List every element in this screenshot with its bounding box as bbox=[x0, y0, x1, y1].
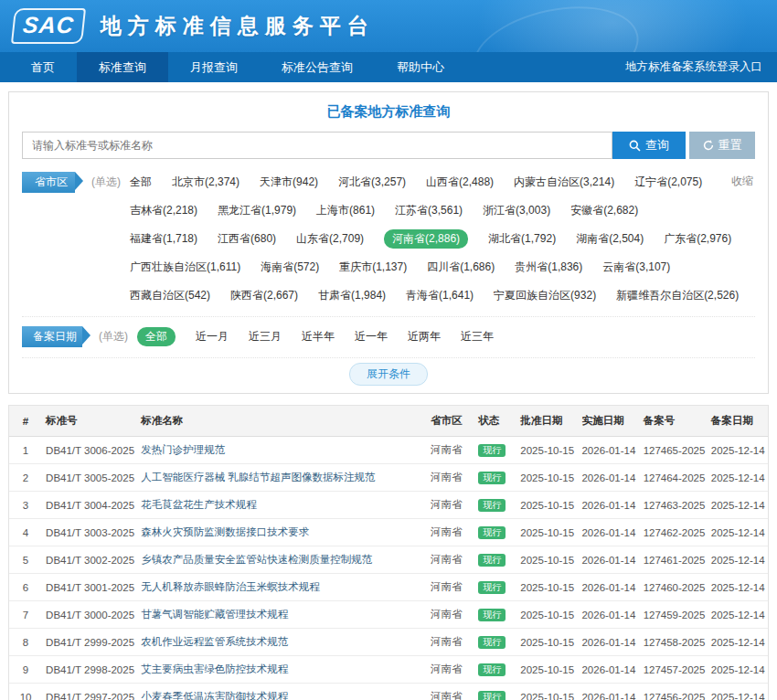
nav-item[interactable]: 帮助中心 bbox=[375, 52, 466, 82]
province-option[interactable]: 甘肃省(1,984) bbox=[318, 286, 386, 305]
date-option[interactable]: 近半年 bbox=[302, 327, 335, 346]
site-title: 地方标准信息服务平台 bbox=[101, 12, 375, 40]
approval-date: 2025-10-15 bbox=[520, 472, 574, 483]
province-option[interactable]: 四川省(1,686) bbox=[427, 258, 495, 277]
query-button[interactable]: 查询 bbox=[612, 132, 686, 159]
reset-button[interactable]: 重置 bbox=[689, 132, 755, 159]
row-index: 3 bbox=[23, 500, 28, 511]
record-date-filter-mode: (单选) bbox=[99, 329, 128, 345]
table-row: 6DB41/T 3001-2025无人机释放赤眼蜂防治玉米螟技术规程河南省现行2… bbox=[9, 574, 768, 601]
standard-name-link[interactable]: 农机作业远程监管系统技术规范 bbox=[141, 636, 288, 647]
province-option[interactable]: 西藏自治区(542) bbox=[130, 286, 210, 305]
date-option[interactable]: 近三月 bbox=[249, 327, 282, 346]
province-option[interactable]: 安徽省(2,682) bbox=[570, 201, 638, 220]
province-option[interactable]: 青海省(1,641) bbox=[406, 286, 474, 305]
record-number: 127461-2025 bbox=[644, 555, 706, 566]
province-option[interactable]: 河北省(3,257) bbox=[338, 173, 406, 192]
row-index: 8 bbox=[23, 637, 28, 648]
province-option[interactable]: 山西省(2,488) bbox=[426, 173, 494, 192]
date-option[interactable]: 近一月 bbox=[196, 327, 229, 346]
province-option[interactable]: 河南省(2,886) bbox=[384, 229, 468, 249]
site-header: SAC 地方标准信息服务平台 bbox=[0, 0, 777, 52]
nav-item[interactable]: 月报查询 bbox=[168, 52, 260, 82]
approval-date: 2025-10-15 bbox=[520, 637, 574, 648]
date-option[interactable]: 近三年 bbox=[461, 327, 494, 346]
province-option[interactable]: 宁夏回族自治区(932) bbox=[494, 286, 596, 305]
province-option[interactable]: 山东省(2,709) bbox=[296, 229, 364, 249]
province-option[interactable]: 海南省(572) bbox=[261, 258, 319, 277]
province-option[interactable]: 上海市(861) bbox=[316, 201, 375, 220]
province-option[interactable]: 江苏省(3,561) bbox=[395, 201, 463, 220]
standard-name-link[interactable]: 甘薯气调智能贮藏管理技术规程 bbox=[141, 609, 288, 620]
sac-logo: SAC bbox=[11, 8, 86, 44]
province-option[interactable]: 贵州省(1,836) bbox=[515, 258, 582, 277]
province-option[interactable]: 广东省(2,976) bbox=[664, 229, 731, 249]
province-cell: 河南省 bbox=[431, 444, 463, 455]
table-row: 2DB41/T 3005-2025人工智能医疗器械 乳腺结节超声图像数据标注规范… bbox=[9, 464, 768, 492]
province-cell: 河南省 bbox=[431, 609, 463, 620]
table-row: 9DB41/T 2998-2025艾主要病虫害绿色防控技术规程河南省现行2025… bbox=[9, 656, 768, 684]
table-row: 4DB41/T 3003-2025森林火灾预防监测数据接口技术要求河南省现行20… bbox=[9, 519, 768, 546]
expand-conditions-area: 展开条件 bbox=[22, 357, 755, 387]
collapse-link[interactable]: 收缩 bbox=[731, 174, 753, 189]
province-cell: 河南省 bbox=[431, 636, 463, 647]
province-option[interactable]: 吉林省(2,218) bbox=[130, 201, 197, 220]
nav-item[interactable]: 首页 bbox=[9, 52, 77, 82]
province-option[interactable]: 江西省(680) bbox=[218, 229, 276, 249]
table-row: 7DB41/T 3000-2025甘薯气调智能贮藏管理技术规程河南省现行2025… bbox=[9, 601, 768, 629]
nav-item[interactable]: 标准公告查询 bbox=[260, 52, 375, 82]
province-filter-mode: (单选) bbox=[91, 175, 121, 190]
column-header: 省市区 bbox=[427, 406, 474, 437]
province-option[interactable]: 云南省(3,107) bbox=[602, 258, 670, 277]
record-system-login-link[interactable]: 地方标准备案系统登录入口 bbox=[625, 52, 768, 82]
search-input[interactable] bbox=[22, 132, 612, 159]
expand-conditions-button[interactable]: 展开条件 bbox=[349, 363, 428, 386]
approval-date: 2025-10-15 bbox=[520, 692, 574, 700]
province-option[interactable]: 湖北省(1,792) bbox=[488, 229, 556, 249]
standard-code: DB41/T 3001-2025 bbox=[46, 582, 134, 593]
standard-code: DB41/T 2998-2025 bbox=[46, 664, 134, 675]
standard-name-link[interactable]: 无人机释放赤眼蜂防治玉米螟技术规程 bbox=[141, 581, 320, 592]
province-option[interactable]: 天津市(942) bbox=[260, 173, 318, 192]
status-badge: 现行 bbox=[478, 636, 506, 649]
standard-name-link[interactable]: 发热门诊护理规范 bbox=[141, 444, 225, 455]
province-option-line: 吉林省(2,218)黑龙江省(1,979)上海市(861)江苏省(3,561)浙… bbox=[130, 201, 755, 220]
province-option[interactable]: 黑龙江省(1,979) bbox=[218, 201, 296, 220]
province-option[interactable]: 辽宁省(2,075) bbox=[634, 173, 702, 192]
standard-name-link[interactable]: 花毛茛盆花生产技术规程 bbox=[141, 499, 257, 510]
record-date: 2025-12-14 bbox=[711, 527, 765, 538]
nav-item[interactable]: 标准查询 bbox=[77, 52, 168, 82]
record-number: 127465-2025 bbox=[644, 445, 706, 456]
status-badge: 现行 bbox=[478, 691, 506, 700]
province-option[interactable]: 湖南省(2,504) bbox=[576, 229, 644, 249]
standard-name-link[interactable]: 小麦春季低温冻害防御技术规程 bbox=[141, 691, 288, 700]
standard-name-link[interactable]: 森林火灾预防监测数据接口技术要求 bbox=[141, 526, 309, 537]
date-option[interactable]: 近一年 bbox=[355, 327, 388, 346]
province-option[interactable]: 重庆市(1,137) bbox=[339, 258, 407, 277]
standard-name-link[interactable]: 人工智能医疗器械 乳腺结节超声图像数据标注规范 bbox=[141, 472, 375, 483]
standard-name-link[interactable]: 乡镇农产品质量安全监管站快速检测质量控制规范 bbox=[141, 554, 372, 565]
record-date: 2025-12-14 bbox=[711, 500, 765, 511]
province-option[interactable]: 福建省(1,718) bbox=[130, 229, 197, 249]
province-option[interactable]: 北京市(2,374) bbox=[172, 173, 239, 192]
province-filter-label: 省市区 bbox=[22, 172, 75, 193]
status-badge: 现行 bbox=[478, 499, 506, 512]
record-date: 2025-12-14 bbox=[711, 555, 765, 566]
province-option[interactable]: 新疆维吾尔自治区(2,526) bbox=[616, 286, 739, 305]
province-option[interactable]: 全部 bbox=[130, 173, 152, 192]
province-option[interactable]: 广西壮族自治区(1,611) bbox=[130, 258, 240, 277]
date-option[interactable]: 全部 bbox=[137, 327, 176, 346]
province-option[interactable]: 陕西省(2,667) bbox=[230, 286, 298, 305]
province-option-line: 西藏自治区(542)陕西省(2,667)甘肃省(1,984)青海省(1,641)… bbox=[130, 286, 755, 305]
date-option[interactable]: 近两年 bbox=[408, 327, 441, 346]
table-row: 3DB41/T 3004-2025花毛茛盆花生产技术规程河南省现行2025-10… bbox=[9, 492, 768, 519]
table-row: 8DB41/T 2999-2025农机作业远程监管系统技术规范河南省现行2025… bbox=[9, 629, 768, 656]
row-index: 2 bbox=[23, 472, 28, 483]
province-option[interactable]: 浙江省(3,003) bbox=[483, 201, 550, 220]
implementation-date: 2026-01-14 bbox=[581, 610, 635, 620]
search-panel: 已备案地方标准查询 查询 重置 省市区 (单选) 全部北京市(2,374)天津市… bbox=[8, 91, 769, 394]
province-option[interactable]: 内蒙古自治区(3,214) bbox=[514, 173, 614, 192]
record-number: 127459-2025 bbox=[644, 610, 706, 620]
standard-name-link[interactable]: 艾主要病虫害绿色防控技术规程 bbox=[141, 663, 288, 674]
approval-date: 2025-10-15 bbox=[520, 500, 574, 511]
